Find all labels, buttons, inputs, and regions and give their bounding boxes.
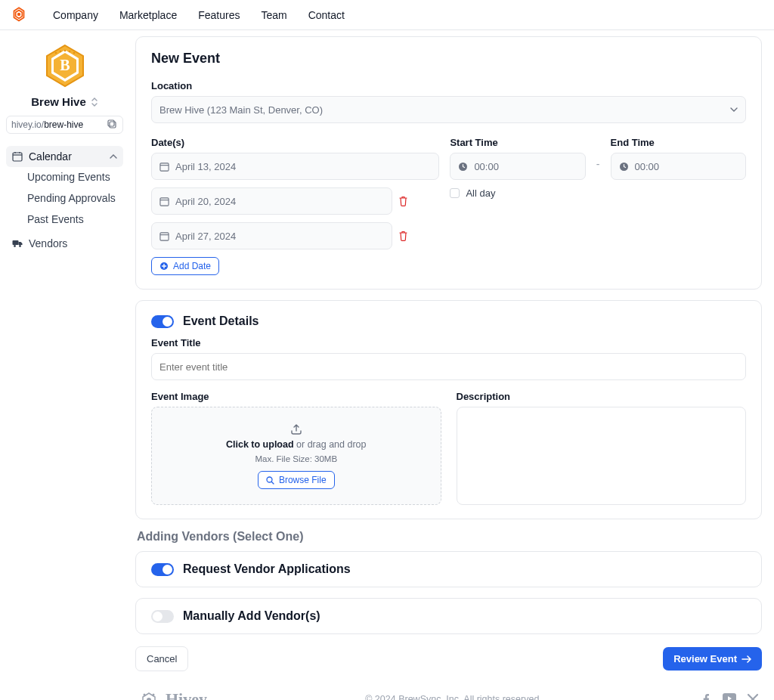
calendar-icon <box>12 151 23 162</box>
end-time-label: End Time <box>611 137 746 148</box>
footer-copyright: © 2024 BrewSync, Inc. All rights reserve… <box>207 694 700 700</box>
nav-features[interactable]: Features <box>198 9 240 21</box>
trash-icon <box>398 196 408 206</box>
footer-brand-name: Hivey <box>166 689 207 700</box>
youtube-link[interactable] <box>723 693 736 700</box>
location-value: Brew Hive (123 Main St, Denver, CO) <box>159 104 323 116</box>
request-vendor-card: Request Vendor Applications <box>135 551 762 587</box>
bee-icon <box>9 5 29 25</box>
chevron-updown-icon <box>91 98 98 107</box>
sidebar-item-vendors[interactable]: Vendors <box>6 233 123 254</box>
main-content: New Event Location Brew Hive (123 Main S… <box>135 36 762 700</box>
truck-icon <box>12 239 23 248</box>
calendar-icon <box>159 197 169 206</box>
date-input-0[interactable]: April 13, 2024 <box>151 153 439 180</box>
org-switcher[interactable]: Brew Hive <box>6 95 123 108</box>
all-day-label: All day <box>466 187 495 199</box>
location-select[interactable]: Brew Hive (123 Main St, Denver, CO) <box>151 96 746 123</box>
all-day-checkbox[interactable]: All day <box>450 187 585 199</box>
delete-date-button[interactable] <box>398 196 410 206</box>
chevron-down-icon <box>730 107 738 112</box>
hex-badge-icon: B <box>42 42 88 89</box>
nav-marketplace[interactable]: Marketplace <box>119 9 177 21</box>
facebook-link[interactable] <box>700 693 712 700</box>
svg-point-34 <box>144 694 146 696</box>
svg-point-8 <box>59 51 61 53</box>
svg-point-7 <box>54 52 57 54</box>
sidebar-item-pending[interactable]: Pending Approvals <box>6 192 123 204</box>
event-title-input[interactable] <box>151 353 746 380</box>
browse-file-label: Browse File <box>279 475 327 485</box>
location-label: Location <box>151 80 746 91</box>
footer-brand: Hivey <box>138 689 207 700</box>
search-icon <box>266 476 274 485</box>
x-link[interactable] <box>747 693 759 700</box>
event-details-toggle[interactable] <box>151 315 174 328</box>
new-event-card: New Event Location Brew Hive (123 Main S… <box>135 36 762 290</box>
time-range-separator: - <box>596 137 600 275</box>
event-image-label: Event Image <box>151 391 441 402</box>
clock-icon <box>458 162 468 172</box>
sidebar-item-calendar[interactable]: Calendar <box>6 146 123 167</box>
add-date-button[interactable]: Add Date <box>151 257 219 275</box>
x-icon <box>747 693 759 700</box>
org-name: Brew Hive <box>31 95 86 108</box>
sidebar-item-label: Vendors <box>29 237 67 249</box>
nav-team[interactable]: Team <box>261 9 286 21</box>
cancel-button[interactable]: Cancel <box>135 646 188 671</box>
calendar-icon <box>159 162 169 172</box>
delete-date-button[interactable] <box>398 231 410 241</box>
svg-point-10 <box>68 51 70 53</box>
svg-point-19 <box>14 245 16 247</box>
copy-icon <box>107 119 118 130</box>
svg-point-35 <box>153 694 155 696</box>
plus-circle-icon <box>159 262 169 271</box>
end-time-input[interactable]: 00:00 <box>611 153 746 180</box>
event-details-card: Event Details Event Title Event Image Cl… <box>135 300 762 519</box>
slug-value: brew-hive <box>44 119 83 130</box>
svg-point-9 <box>63 50 66 52</box>
vendor-section-heading: Adding Vendors (Select One) <box>137 530 762 544</box>
svg-rect-14 <box>13 153 22 161</box>
svg-rect-13 <box>108 120 114 126</box>
page-title: New Event <box>151 51 746 67</box>
org-logo: B <box>6 42 123 89</box>
date-input-2[interactable]: April 27, 2024 <box>151 222 392 249</box>
nav-contact[interactable]: Contact <box>308 9 345 21</box>
calendar-icon <box>159 231 169 241</box>
checkbox-icon <box>450 188 460 198</box>
start-time-input[interactable]: 00:00 <box>450 153 585 180</box>
sidebar-item-past[interactable]: Past Events <box>6 213 123 225</box>
facebook-icon <box>700 693 712 700</box>
manual-vendor-toggle[interactable] <box>151 610 174 623</box>
youtube-icon <box>723 693 736 700</box>
svg-rect-18 <box>13 240 19 245</box>
org-slug-display: hivey.io/brew-hive <box>6 116 123 134</box>
description-textarea[interactable] <box>457 407 747 505</box>
request-vendor-toggle[interactable] <box>151 563 174 576</box>
copy-slug-button[interactable] <box>107 119 118 130</box>
browse-file-button[interactable]: Browse File <box>258 471 335 489</box>
review-event-button[interactable]: Review Event <box>663 647 762 671</box>
date-value: April 13, 2024 <box>175 161 236 172</box>
nav-company[interactable]: Company <box>53 9 98 21</box>
svg-rect-23 <box>160 197 169 205</box>
upload-icon <box>289 423 303 435</box>
slug-prefix: hivey.io/ <box>11 119 44 130</box>
manual-vendor-label: Manually Add Vendor(s) <box>183 609 320 623</box>
footer-socials <box>700 693 759 700</box>
sidebar-item-upcoming[interactable]: Upcoming Events <box>6 171 123 183</box>
chevron-up-icon <box>110 154 117 159</box>
date-input-1[interactable]: April 20, 2024 <box>151 187 392 215</box>
sidebar-item-label: Calendar <box>29 150 72 163</box>
date-value: April 20, 2024 <box>175 196 236 207</box>
clock-icon <box>619 162 629 172</box>
image-dropzone[interactable]: Click to upload or drag and drop Max. Fi… <box>151 407 441 505</box>
svg-point-2 <box>17 12 20 15</box>
dates-label: Date(s) <box>151 137 439 148</box>
form-actions: Cancel Review Event <box>135 645 762 679</box>
top-nav: Company Marketplace Features Team Contac… <box>0 0 774 30</box>
svg-point-11 <box>73 52 75 54</box>
svg-line-31 <box>271 482 274 484</box>
event-details-title: Event Details <box>183 314 259 328</box>
